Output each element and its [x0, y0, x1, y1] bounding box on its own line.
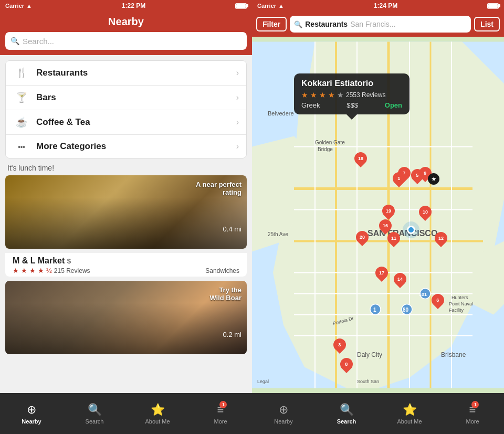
- price-tag-1: $: [67, 257, 71, 265]
- svg-text:Facility: Facility: [449, 308, 464, 313]
- carrier-label-right: Carrier: [257, 3, 276, 9]
- popup-price: $$$: [346, 101, 358, 109]
- wifi-icon-left: ▲: [26, 3, 32, 9]
- chevron-right-icon: ›: [236, 68, 239, 78]
- svg-text:Golden Gate: Golden Gate: [315, 140, 345, 145]
- nav-aboutme-label-left: About Me: [145, 418, 170, 425]
- filter-button[interactable]: Filter: [256, 17, 287, 31]
- svg-text:80: 80: [403, 307, 409, 313]
- popup-star-2: ★: [310, 91, 317, 99]
- popup-meta: Greek $$$ Open: [301, 101, 402, 109]
- nav-item-aboutme-right[interactable]: ⭐ About Me: [378, 399, 441, 429]
- food-card-tag-1: A near perfectrating: [196, 181, 242, 196]
- nav-aboutme-icon-left: ⭐: [151, 403, 165, 417]
- page-title-left: Nearby: [108, 16, 144, 28]
- food-card-wild-boar[interactable]: Try theWild Boar 0.2 mi: [5, 281, 247, 354]
- category-label-bars: Bars: [36, 92, 236, 103]
- star-1: ★: [13, 267, 19, 274]
- nav-more-badge-container-left: ≡ 1: [217, 403, 224, 417]
- food-card-meta-1: ★ ★ ★ ★ ½ 215 Reviews Sandwiches: [13, 267, 239, 274]
- nav-item-more-left[interactable]: ≡ 1 More: [189, 399, 252, 429]
- food-card-name-1: M & L Market $: [13, 256, 239, 266]
- svg-text:SAN FRANCISCO: SAN FRANCISCO: [368, 229, 437, 238]
- nav-item-more-right[interactable]: ≡ 1 More: [441, 399, 504, 429]
- svg-text:Belvedere: Belvedere: [268, 110, 294, 117]
- badge-dot-left: 1: [219, 401, 227, 408]
- nav-item-nearby-left[interactable]: ⊕ Nearby: [0, 399, 63, 429]
- star-4: ★: [38, 267, 44, 274]
- status-bar-left: Carrier ▲ 1:22 PM: [0, 0, 252, 12]
- search-placeholder-left: Search...: [23, 37, 54, 46]
- chevron-right-icon-2: ›: [236, 93, 239, 102]
- nav-search-label-left: Search: [86, 418, 104, 425]
- nav-search-label-right: Search: [337, 418, 356, 425]
- search-location-right: San Francis...: [350, 20, 395, 28]
- time-right: 1:24 PM: [374, 2, 397, 9]
- status-bar-right: Carrier ▲ 1:24 PM: [252, 0, 504, 12]
- popup-star-4: ★: [328, 91, 335, 99]
- map-container[interactable]: SAN FRANCISCO Belvedere Tiburon Tiburon …: [252, 37, 504, 393]
- battery-icon-left: [235, 3, 247, 9]
- category-label-restaurants: Restaurants: [36, 68, 236, 78]
- category-item-more[interactable]: ••• More Categories ›: [6, 135, 246, 158]
- search-icon-right: 🔍: [294, 20, 302, 28]
- reviews-count-1: 215 Reviews: [54, 267, 90, 274]
- food-type-1: Sandwiches: [205, 267, 239, 274]
- category-item-coffee-tea[interactable]: ☕ Coffee & Tea ›: [6, 110, 246, 135]
- svg-text:25th Ave: 25th Ave: [268, 231, 288, 237]
- category-list: 🍴 Restaurants › 🍸 Bars › ☕ Coffee & Tea …: [5, 60, 247, 158]
- popup-stars-row: ★ ★ ★ ★ ★ 2553 Reviews: [301, 91, 402, 99]
- svg-text:South San: South San: [357, 379, 379, 384]
- category-label-coffee-tea: Coffee & Tea: [36, 117, 236, 128]
- left-phone: Carrier ▲ 1:22 PM Nearby 🔍 Search... 🍴 R…: [0, 0, 252, 434]
- wifi-icon-right: ▲: [278, 3, 284, 9]
- popup-cuisine-type: Greek: [301, 101, 320, 109]
- status-bar-left-icons: Carrier ▲: [5, 3, 32, 9]
- chevron-right-icon-4: ›: [236, 142, 239, 151]
- popup-open-status: Open: [385, 101, 402, 109]
- search-query-right: Restaurants: [305, 20, 348, 28]
- nav-item-search-left[interactable]: 🔍 Search: [63, 399, 126, 429]
- bottom-nav-left: ⊕ Nearby 🔍 Search ⭐ About Me ≡ 1 More: [0, 393, 252, 434]
- star-2: ★: [21, 267, 27, 274]
- nav-nearby-label-right: Nearby: [274, 418, 292, 425]
- category-label-more: More Categories: [36, 141, 236, 152]
- svg-text:Bridge: Bridge: [318, 146, 333, 152]
- nav-item-aboutme-left[interactable]: ⭐ About Me: [126, 399, 189, 429]
- map-current-location: [407, 226, 415, 234]
- star-half-1: ½: [46, 267, 52, 274]
- popup-star-1: ★: [301, 91, 308, 99]
- bottom-nav-right: ⊕ Nearby 🔍 Search ⭐ About Me ≡ 1 More: [252, 393, 504, 434]
- nav-aboutme-label-right: About Me: [397, 418, 422, 425]
- nav-more-badge-container-right: ≡ 1: [469, 403, 476, 417]
- list-button[interactable]: List: [474, 17, 500, 31]
- nav-aboutme-badge-left: ⭐: [151, 403, 165, 417]
- map-pin-star[interactable]: ★: [428, 173, 439, 185]
- category-item-bars[interactable]: 🍸 Bars ›: [6, 86, 246, 110]
- food-card-tag-2: Try theWild Boar: [209, 286, 242, 302]
- nav-nearby-label-left: Nearby: [22, 418, 41, 425]
- search-bar-left[interactable]: 🔍 Search...: [5, 32, 247, 50]
- nav-more-label-left: More: [214, 418, 227, 425]
- nav-nearby-icon-right: ⊕: [279, 403, 288, 417]
- stars-row-1: ★ ★ ★ ★ ½ 215 Reviews: [13, 267, 90, 274]
- popup-star-half: ★: [337, 91, 344, 99]
- star-3: ★: [29, 267, 36, 274]
- nav-item-search-right[interactable]: 🔍 Search: [315, 399, 378, 429]
- svg-text:Legal: Legal: [257, 379, 269, 384]
- svg-text:101: 101: [419, 292, 427, 297]
- coffee-icon: ☕: [13, 117, 30, 128]
- nav-item-nearby-right[interactable]: ⊕ Nearby: [252, 399, 315, 429]
- map-popup[interactable]: Kokkari Estiatorio ★ ★ ★ ★ ★ 2553 Review…: [294, 73, 410, 114]
- category-item-restaurants[interactable]: 🍴 Restaurants ›: [6, 61, 246, 86]
- nav-search-icon-left: 🔍: [88, 403, 102, 417]
- popup-reviews-count: 2553 Reviews: [346, 91, 385, 99]
- food-card-ml-market[interactable]: A near perfectrating 0.4 mi: [5, 175, 247, 249]
- nav-nearby-icon-left: ⊕: [27, 403, 36, 417]
- food-card-distance-1: 0.4 mi: [223, 225, 242, 233]
- chevron-right-icon-3: ›: [236, 118, 239, 127]
- bars-icon: 🍸: [13, 92, 30, 103]
- right-phone: Carrier ▲ 1:24 PM Filter 🔍 Restaurants S…: [252, 0, 504, 434]
- search-bar-right[interactable]: 🔍 Restaurants San Francis...: [290, 16, 471, 33]
- popup-restaurant-name: Kokkari Estiatorio: [301, 79, 402, 88]
